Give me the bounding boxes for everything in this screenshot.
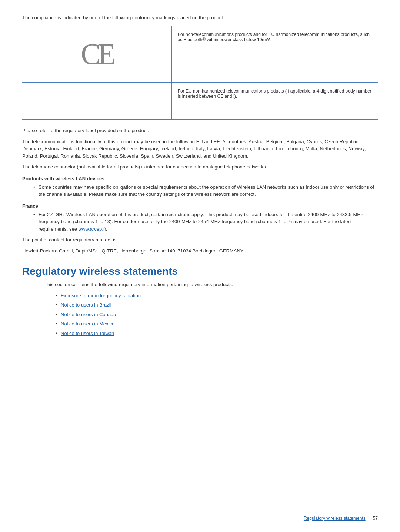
link-exposure[interactable]: Exposure to radio frequency radiation: [61, 293, 141, 298]
regulatory-links-list: Exposure to radio frequency radiation No…: [56, 292, 378, 337]
footer-link[interactable]: Regulatory wireless statements: [304, 516, 366, 521]
ce-description-cell-1: For non-telecommunications products and …: [171, 26, 378, 83]
ce-logo-cell: CE: [22, 26, 171, 83]
france-item-1: For 2.4-GHz Wireless LAN operation of th…: [33, 211, 378, 233]
wireless-lan-item-1: Some countries may have specific obligat…: [33, 184, 378, 198]
ce-row1-description: For non-telecommunications products and …: [178, 32, 370, 42]
link-mexico[interactable]: Notice to users in Mexico: [61, 321, 114, 327]
france-list: For 2.4-GHz Wireless LAN operation of th…: [33, 211, 378, 233]
wireless-lan-heading: Products with wireless LAN devices: [22, 176, 378, 181]
ce-description-cell-2: For EU non-harmonized telecommunications…: [171, 83, 378, 120]
link-canada[interactable]: Notice to users in Canada: [61, 312, 116, 317]
body-paragraph-2: The telecommunications functionality of …: [22, 138, 378, 160]
arcep-link[interactable]: www.arcep.fr: [79, 226, 106, 232]
wireless-lan-list: Some countries may have specific obligat…: [33, 184, 378, 198]
footer-page-number: 57: [373, 516, 378, 521]
intro-paragraph: The compliance is indicated by one of th…: [22, 15, 378, 20]
ce-mark: CE: [77, 32, 116, 76]
ce-row2-description: For EU non-harmonized telecommunications…: [178, 88, 371, 99]
ce-table-row1: CE For non-telecommunications products a…: [22, 26, 378, 83]
link-item-4[interactable]: Notice to users in Taiwan: [56, 330, 378, 337]
link-taiwan[interactable]: Notice to users in Taiwan: [61, 331, 114, 336]
regulatory-heading: Regulatory wireless statements: [22, 265, 378, 277]
body-paragraph-1: Please refer to the regulatory label pro…: [22, 127, 378, 134]
ce-empty-cell: [22, 83, 171, 120]
contact-line1: The point of contact for regulatory matt…: [22, 236, 378, 244]
regulatory-intro: This section contains the following regu…: [44, 281, 378, 288]
link-brazil[interactable]: Notice to users in Brazil: [61, 302, 111, 308]
ce-marking-table: CE For non-telecommunications products a…: [22, 26, 378, 120]
france-heading: France: [22, 203, 378, 209]
link-item-2[interactable]: Notice to users in Canada: [56, 311, 378, 318]
footer-bar: Regulatory wireless statements 57: [304, 516, 378, 521]
link-item-3[interactable]: Notice to users in Mexico: [56, 320, 378, 328]
link-item-0[interactable]: Exposure to radio frequency radiation: [56, 292, 378, 300]
link-item-1[interactable]: Notice to users in Brazil: [56, 301, 378, 309]
ce-table-row2: For EU non-harmonized telecommunications…: [22, 83, 378, 120]
body-paragraph-3: The telephone connector (not available f…: [22, 163, 378, 171]
contact-line2: Hewlett-Packard GmbH, Dept./MS: HQ-TRE, …: [22, 247, 378, 255]
